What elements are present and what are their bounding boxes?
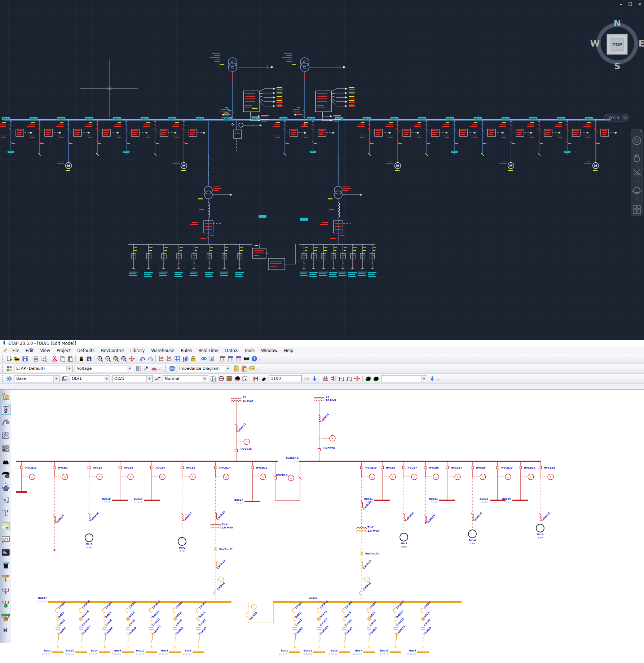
bus-align-1-button[interactable] (322, 375, 330, 383)
toolbar-overflow-button[interactable]: ⌄ (158, 365, 162, 373)
toolbar-grip[interactable] (2, 365, 4, 372)
calc-lf-button[interactable] (226, 355, 234, 363)
calc-sc-button[interactable] (219, 355, 226, 363)
calc-af-button[interactable] (234, 355, 242, 363)
lv-feeder-LVCB8[interactable]: LVCB8REC8Cont8Cable8Bus80.42 kV (159, 601, 184, 655)
sidebar-project-view-1-button[interactable] (1, 573, 10, 584)
chevron-down-icon[interactable]: ▼ (202, 376, 207, 382)
toolbar-overflow-button[interactable]: ⌄ (436, 375, 440, 383)
cad-source-bay[interactable] (210, 53, 283, 126)
sidebar-arc-flash-gloves-button[interactable] (1, 456, 10, 467)
remarks-button[interactable] (208, 355, 216, 363)
impedance-globe-button[interactable] (168, 365, 176, 373)
chevron-down-icon[interactable]: ▼ (66, 366, 72, 372)
revision-combo[interactable]: Base▼ (14, 375, 59, 382)
restore-button[interactable]: ❐ (628, 2, 632, 7)
cad-feeder-bay[interactable] (0, 120, 32, 155)
theme-ball-button[interactable] (217, 375, 225, 383)
run-wizard-button[interactable]: * (372, 375, 380, 383)
lv-feeder-LVCB9[interactable]: LVCB9REC9Cont9Cable9Bus90.42 kV (407, 601, 432, 655)
toolbar-grip[interactable] (165, 365, 167, 372)
hv-feeder-HVCB14[interactable]: HVCB14ACable21T1-11.6 MVABusDuct1Cable14… (211, 461, 233, 602)
speech-bubble-button[interactable] (248, 365, 256, 373)
view-cube[interactable]: NWESTOP (590, 18, 644, 71)
config-combo[interactable]: OLV1▼ (70, 375, 110, 382)
sidebar-collapse-button[interactable] (1, 625, 10, 636)
cad-feeder-bay[interactable]: M (499, 120, 533, 171)
display-mode-combo[interactable]: Voltage▼ (75, 365, 133, 372)
lv-feeder-LVCB2[interactable]: LVCB2REC2Cont2Cable2Bus20.42 kV (279, 601, 304, 655)
close-button[interactable]: ✕ (638, 2, 641, 7)
cad-feeder-bay[interactable] (442, 120, 476, 155)
run-scenario-button[interactable] (364, 375, 372, 383)
chevron-down-icon[interactable]: ▼ (53, 376, 59, 382)
chevron-down-icon[interactable]: ▼ (146, 376, 152, 382)
lv-tie-LVCB16[interactable]: ALVCB16 (230, 601, 274, 623)
new-button[interactable] (5, 355, 13, 363)
study-mode-combo[interactable]: Normal▼ (163, 375, 208, 382)
lv-bus-Bus38[interactable]: Bus380.42 kVLVCB2REC2Cont2Cable2Bus20.42… (274, 597, 462, 655)
cad-main-bus[interactable] (2, 117, 610, 121)
chevron-down-icon[interactable]: ▼ (127, 366, 132, 372)
sidebar-project-view-4-button[interactable] (1, 612, 10, 623)
select-button[interactable] (85, 355, 93, 363)
empty-combo[interactable]: ▼ (381, 375, 427, 382)
layers-button[interactable] (61, 375, 69, 383)
cad-feeder-bay[interactable] (555, 120, 589, 155)
zoom-in-button[interactable] (96, 355, 104, 363)
toolbar-grip[interactable] (2, 355, 4, 362)
cad-feeder-bay[interactable] (414, 120, 448, 156)
mode-wave-button[interactable] (154, 375, 162, 383)
toolbar-grip[interactable] (2, 375, 4, 382)
rainbow-button[interactable] (150, 365, 158, 373)
arrow-down-button[interactable] (311, 375, 319, 383)
wcs-selector[interactable]: WCS (605, 114, 628, 121)
zoom-window-button[interactable] (112, 355, 120, 363)
hv-feeder-HVCB18[interactable]: HVCB18ACable25Mtr50 HP (536, 461, 555, 539)
copy-button[interactable] (58, 355, 66, 363)
ganged-button[interactable] (181, 355, 189, 363)
menu-library[interactable]: Library (127, 347, 148, 354)
gradient-swatch-button[interactable] (134, 365, 142, 373)
menu-warehouse[interactable]: Warehouse (148, 347, 177, 354)
lv-feeder-LVCB10[interactable]: LVCB10REC10Cont10Cable10Bus100.42 kV (65, 600, 91, 655)
menu-edit[interactable]: Edit (22, 347, 37, 354)
sidebar-project-view-2-button[interactable] (1, 586, 10, 597)
menu-rules[interactable]: Rules (177, 347, 195, 354)
project-theme-combo[interactable]: ETAP (Default)▼ (14, 365, 72, 372)
menu-file[interactable]: File (9, 347, 22, 354)
cad-feeder-bay[interactable] (273, 120, 306, 156)
lock-button[interactable] (189, 355, 197, 363)
cad-substation-column[interactable] (320, 121, 362, 244)
hv-feeder-HVCB7[interactable]: HVCB7ACable18Mtr30 HP (400, 461, 417, 548)
menu-window[interactable]: Window (258, 347, 281, 354)
cad-feeder-bay[interactable]: M (172, 120, 206, 171)
lv-feeder-LVCB6[interactable]: LVCB6REC6Cont6Cable6Bus60.42 kV (112, 601, 137, 655)
cad-source-bay[interactable] (282, 53, 355, 126)
menu-project[interactable]: Project (53, 347, 74, 354)
pole-span-1-button[interactable] (338, 375, 345, 383)
cad-feeder-bay[interactable] (27, 120, 61, 156)
chevron-down-icon[interactable]: ▼ (104, 376, 109, 382)
chevron-down-icon[interactable]: ▼ (421, 376, 427, 382)
sidebar-user-defined-model-button[interactable]: 1S+1 (1, 534, 10, 545)
menu-real-time[interactable]: Real-Time (195, 347, 222, 354)
link-button[interactable] (200, 355, 208, 363)
sidebar-star-protection-button[interactable] (1, 430, 10, 441)
sheet-copy-button[interactable] (209, 375, 217, 383)
cad-viewport[interactable]: MMMMM–❐✕NWESTOPWCS×⌄⌄⌄ (0, 0, 644, 340)
hv-feeder-HVCB4[interactable]: HVCB4ABus197.2 kV (134, 461, 165, 504)
cad-feeder-bay[interactable] (527, 120, 561, 156)
sidebar-cable-pulling-button[interactable] (1, 469, 10, 480)
open-button[interactable] (13, 355, 21, 363)
cad-feeder-bay[interactable]: M (385, 120, 419, 171)
lv-feeder-LVCB12[interactable]: LVCB12REC12Cont12Cable12Bus120.42 kV (136, 600, 162, 655)
lv-feeder-LVCB5[interactable]: LVCB5REC5Cont5Cable5Bus50.42 kV (328, 601, 353, 655)
lv-feeder-LVCB11[interactable]: LVCB11REC11Cont11Cable11Bus110.42 kV (303, 600, 329, 655)
hv-main-bus[interactable]: Busbar B7.2 kV (16, 457, 541, 463)
size-cross-button[interactable] (353, 375, 361, 383)
datablock-edit-button[interactable]: A (165, 355, 173, 363)
lv-bus-Bus37[interactable]: Bus370.42 kVLVCB1REC1Cont1Cable1Bus10.42… (38, 597, 231, 655)
menu-view[interactable]: View (37, 347, 53, 354)
cut-button[interactable] (50, 355, 58, 363)
